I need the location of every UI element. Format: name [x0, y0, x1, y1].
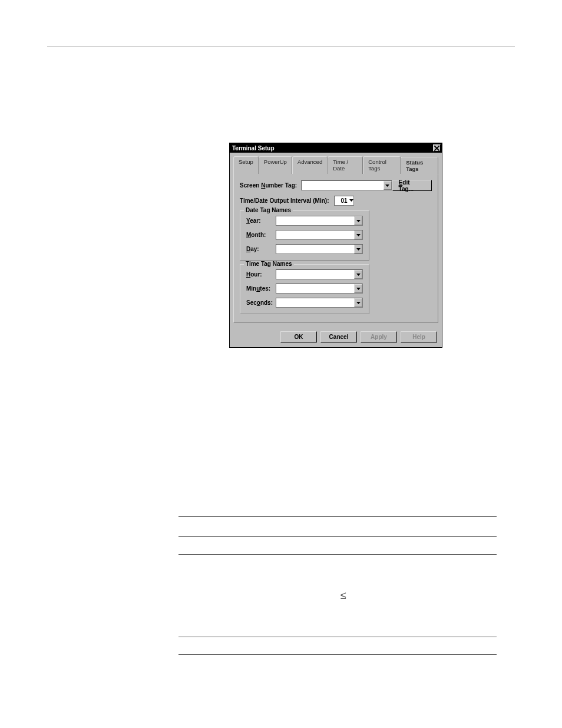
chevron-down-icon	[354, 270, 362, 279]
seconds-row: Seconds:	[246, 298, 363, 308]
edit-tag-button[interactable]: Edit Tag...	[392, 180, 432, 191]
minutes-row: Minutes:	[246, 284, 363, 294]
tab-setup[interactable]: Setup	[233, 156, 259, 174]
apply-button: Apply	[361, 331, 397, 342]
tab-time-date[interactable]: Time / Date	[328, 156, 363, 174]
page-divider	[47, 46, 515, 47]
screen-number-label: Screen Number Tag:	[240, 182, 301, 189]
interval-row: Time/Date Output Interval (Min): 01	[240, 196, 432, 206]
screen-number-dropdown[interactable]	[301, 180, 392, 190]
minutes-label: Minutes:	[246, 285, 276, 292]
terminal-setup-dialog: Terminal Setup Setup PowerUp Advanced Ti…	[229, 143, 442, 348]
seconds-dropdown[interactable]	[276, 298, 363, 308]
chevron-down-icon	[354, 230, 362, 239]
screen-number-row: Screen Number Tag: Edit Tag...	[240, 180, 432, 191]
hour-row: Hour:	[246, 269, 363, 279]
chevron-down-icon	[354, 284, 362, 293]
ok-button[interactable]: OK	[280, 331, 317, 342]
seconds-label: Seconds:	[246, 299, 276, 306]
year-dropdown[interactable]	[276, 216, 363, 226]
tab-panel: Setup PowerUp Advanced Time / Date Contr…	[230, 153, 442, 328]
year-row: Year:	[246, 216, 363, 226]
titlebar: Terminal Setup	[230, 143, 442, 153]
chevron-down-icon	[354, 245, 362, 253]
chevron-down-icon	[384, 181, 392, 190]
close-icon[interactable]	[433, 144, 441, 151]
minutes-dropdown[interactable]	[276, 284, 363, 294]
chevron-down-icon	[354, 216, 362, 225]
window-title: Terminal Setup	[232, 145, 275, 151]
cancel-button[interactable]: Cancel	[320, 331, 357, 342]
time-group-legend: Time Tag Names	[244, 261, 294, 267]
month-row: Month:	[246, 230, 363, 240]
chevron-down-icon	[349, 196, 353, 205]
date-group-legend: Date Tag Names	[244, 207, 293, 213]
dialog-button-bar: OK Cancel Apply Help	[230, 328, 442, 347]
interval-input[interactable]: 01	[334, 196, 354, 206]
lower-table: ≤	[178, 516, 497, 655]
tab-powerup[interactable]: PowerUp	[259, 156, 292, 174]
day-label: Day:	[246, 246, 276, 252]
tab-status-tags[interactable]: Status Tags	[401, 157, 438, 174]
interval-value: 01	[340, 197, 347, 204]
hour-label: Hour:	[246, 271, 276, 278]
year-label: Year:	[246, 218, 276, 224]
date-tag-group: Date Tag Names Year: Month: Day:	[240, 210, 369, 261]
day-dropdown[interactable]	[276, 244, 363, 254]
tab-strip: Setup PowerUp Advanced Time / Date Contr…	[233, 156, 438, 174]
month-dropdown[interactable]	[276, 230, 363, 240]
day-row: Day:	[246, 244, 363, 254]
hour-dropdown[interactable]	[276, 269, 363, 279]
tab-control-tags[interactable]: Control Tags	[363, 156, 401, 174]
month-label: Month:	[246, 232, 276, 238]
leq-symbol: ≤	[249, 589, 438, 602]
tab-advanced[interactable]: Advanced	[292, 156, 328, 174]
time-tag-group: Time Tag Names Hour: Minutes: Seconds:	[240, 264, 369, 314]
status-tags-panel: Screen Number Tag: Edit Tag... Time/Date…	[233, 173, 438, 323]
chevron-down-icon	[354, 298, 362, 307]
help-button: Help	[401, 331, 437, 342]
interval-label: Time/Date Output Interval (Min):	[240, 197, 334, 204]
